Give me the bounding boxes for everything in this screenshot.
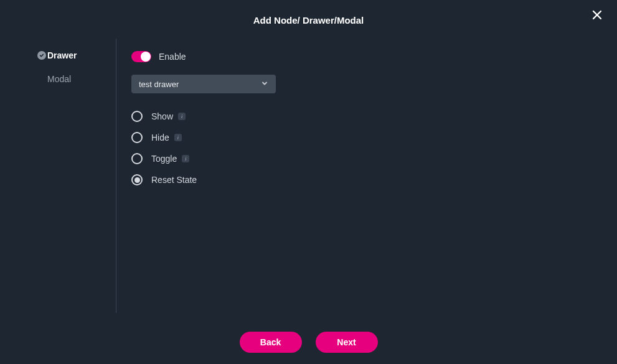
radio-icon (131, 174, 143, 185)
modal-title: Add Node/ Drawer/Modal (0, 0, 617, 26)
next-button[interactable]: Next (316, 332, 378, 353)
radio-label: Hide (151, 133, 169, 142)
check-circle-icon (37, 51, 46, 60)
sidebar: Drawer Modal (0, 37, 116, 314)
close-button[interactable] (590, 9, 605, 24)
select-value: test drawer (139, 80, 179, 89)
enable-toggle[interactable] (131, 51, 151, 62)
back-button[interactable]: Back (240, 332, 302, 353)
sidebar-item-modal[interactable]: Modal (0, 67, 116, 91)
info-icon[interactable]: i (174, 134, 182, 141)
radio-toggle[interactable]: Toggle i (131, 152, 602, 166)
sidebar-item-label: Drawer (47, 50, 77, 60)
radio-label: Toggle (151, 154, 177, 164)
toggle-knob (141, 52, 151, 62)
radio-reset-state[interactable]: Reset State (131, 173, 602, 187)
radio-icon (131, 132, 143, 143)
chevron-down-icon (261, 80, 268, 89)
info-icon[interactable]: i (178, 113, 186, 120)
content-panel: Enable test drawer Show i Hide i Toggle … (116, 37, 617, 314)
radio-icon (131, 111, 143, 122)
radio-label: Show (151, 111, 173, 121)
radio-label: Reset State (151, 175, 197, 185)
footer: Back Next (0, 332, 617, 353)
sidebar-item-drawer[interactable]: Drawer (0, 44, 116, 67)
radio-hide[interactable]: Hide i (131, 131, 602, 144)
drawer-select[interactable]: test drawer (131, 75, 276, 93)
radio-show[interactable]: Show i (131, 110, 602, 123)
info-icon[interactable]: i (182, 155, 189, 162)
enable-label: Enable (159, 52, 186, 62)
radio-icon (131, 153, 143, 164)
sidebar-item-label: Modal (47, 74, 71, 84)
close-icon (591, 9, 603, 23)
